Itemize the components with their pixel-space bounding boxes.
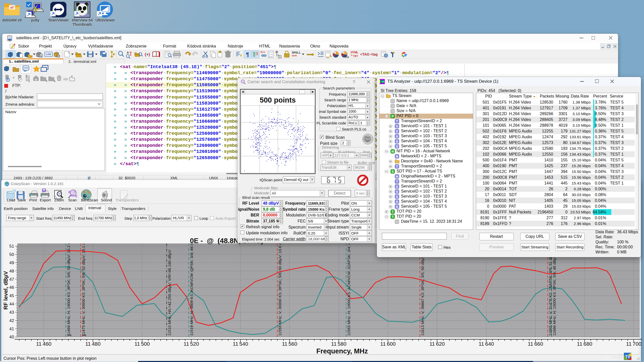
svg-text:a|e: a|e [63, 77, 68, 81]
svg-text:S: S [396, 125, 398, 128]
svg-text:LOG: LOG [46, 53, 51, 56]
svg-text:{+}: {+} [145, 52, 150, 57]
svg-text:3: 3 [269, 56, 270, 58]
svg-text:dT: dT [10, 6, 14, 9]
svg-text:HTML: HTML [351, 51, 358, 54]
svg-text:S: S [396, 145, 398, 148]
svg-text:C++: C++ [261, 51, 265, 54]
svg-text:S: S [396, 195, 398, 199]
svg-text:FTP: FTP [24, 67, 28, 69]
svg-text:SPELL: SPELL [292, 51, 301, 54]
svg-text:T: T [396, 165, 398, 168]
svg-text:S: S [396, 200, 398, 204]
svg-text:¶: ¶ [246, 51, 249, 58]
svg-text:<tag: <tag [370, 52, 378, 56]
svg-text:S: S [392, 170, 394, 173]
svg-text:T: T [392, 215, 394, 219]
svg-text:TXT: TXT [353, 55, 358, 58]
svg-text:S: S [396, 130, 398, 133]
svg-text:S: S [396, 135, 398, 138]
svg-text:#10: #10 [345, 56, 349, 58]
svg-text:Z: Z [130, 53, 132, 56]
svg-text:S: S [396, 140, 398, 143]
svg-text:TV: TV [625, 355, 630, 359]
svg-text:N: N [391, 150, 394, 153]
svg-text:T: T [392, 210, 394, 214]
svg-text:N: N [396, 175, 398, 178]
svg-text:S: S [396, 185, 398, 189]
svg-text:P: P [392, 115, 394, 118]
svg-text:S: S [396, 205, 398, 209]
svg-text:N: N [396, 155, 398, 158]
svg-text:T: T [396, 180, 398, 184]
svg-text:A: A [127, 51, 129, 54]
svg-text:S: S [396, 190, 398, 194]
svg-text:T: T [396, 120, 398, 123]
svg-text:<TAG: <TAG [360, 52, 370, 56]
